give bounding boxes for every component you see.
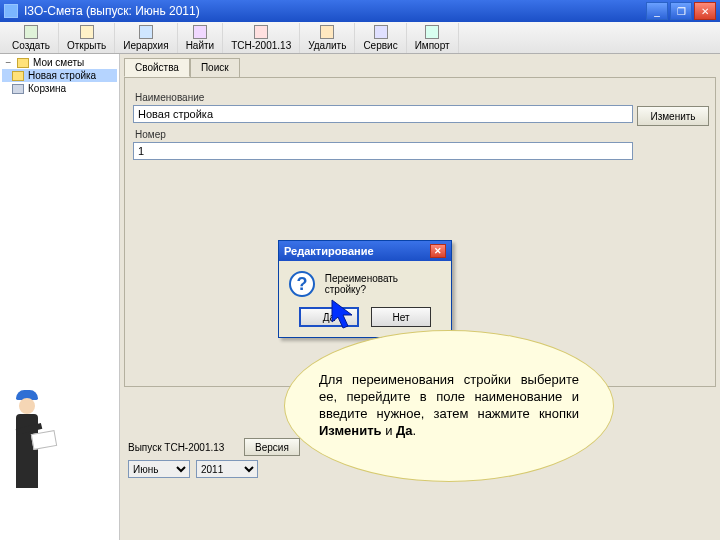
window-title: I3О-Смета (выпуск: Июнь 2011)	[24, 4, 646, 18]
open-icon	[80, 25, 94, 39]
app-icon	[4, 4, 18, 18]
folder-icon	[12, 71, 24, 81]
help-callout: Для переименования стройки выберите ее, …	[284, 330, 614, 482]
dialog-titlebar: Редактирование ✕	[279, 241, 451, 261]
close-button[interactable]: ✕	[694, 2, 716, 20]
sidebar-root[interactable]: − Мои сметы	[2, 56, 117, 69]
main-toolbar: Создать Открыть Иерархия Найти ТСН-2001.…	[0, 22, 720, 54]
toolbar-find-label: Найти	[186, 40, 215, 51]
trash-icon	[12, 84, 24, 94]
toolbar-hierarchy-label: Иерархия	[123, 40, 168, 51]
delete-icon	[320, 25, 334, 39]
change-button[interactable]: Изменить	[637, 106, 709, 126]
assistant-character-icon	[2, 390, 52, 490]
create-icon	[24, 25, 38, 39]
dialog-title: Редактирование	[284, 245, 374, 257]
find-icon	[193, 25, 207, 39]
toolbar-create[interactable]: Создать	[4, 23, 59, 53]
toolbar-find[interactable]: Найти	[178, 23, 224, 53]
sidebar-item-newbuild[interactable]: Новая стройка	[2, 69, 117, 82]
number-label: Номер	[135, 129, 707, 140]
number-input[interactable]	[133, 142, 633, 160]
folder-icon	[17, 58, 29, 68]
dialog-message: Переименовать стройку?	[325, 273, 441, 295]
tab-properties[interactable]: Свойства	[124, 58, 190, 77]
toolbar-open-label: Открыть	[67, 40, 106, 51]
hierarchy-icon	[139, 25, 153, 39]
toolbar-create-label: Создать	[12, 40, 50, 51]
tsn-icon	[254, 25, 268, 39]
dialog-close-button[interactable]: ✕	[430, 244, 446, 258]
toolbar-delete[interactable]: Удалить	[300, 23, 355, 53]
toolbar-hierarchy[interactable]: Иерархия	[115, 23, 177, 53]
name-input[interactable]	[133, 105, 633, 123]
version-selectors: Выпуск ТСН-2001.13 Версия Июнь 2011	[128, 438, 300, 478]
import-icon	[425, 25, 439, 39]
toolbar-tsn[interactable]: ТСН-2001.13	[223, 23, 300, 53]
service-icon	[374, 25, 388, 39]
sidebar-root-label: Мои сметы	[33, 57, 84, 68]
toolbar-service[interactable]: Сервис	[355, 23, 406, 53]
toolbar-delete-label: Удалить	[308, 40, 346, 51]
maximize-button[interactable]: ❐	[670, 2, 692, 20]
toolbar-service-label: Сервис	[363, 40, 397, 51]
expand-icon[interactable]: −	[4, 57, 13, 68]
rename-dialog: Редактирование ✕ ? Переименовать стройку…	[278, 240, 452, 338]
question-icon: ?	[289, 271, 315, 297]
minimize-button[interactable]: _	[646, 2, 668, 20]
month-select[interactable]: Июнь	[128, 460, 190, 478]
toolbar-import-label: Импорт	[415, 40, 450, 51]
window-titlebar: I3О-Смета (выпуск: Июнь 2011) _ ❐ ✕	[0, 0, 720, 22]
toolbar-tsn-label: ТСН-2001.13	[231, 40, 291, 51]
sidebar-item-label: Корзина	[28, 83, 66, 94]
name-label: Наименование	[135, 92, 707, 103]
toolbar-open[interactable]: Открыть	[59, 23, 115, 53]
sidebar-item-label: Новая стройка	[28, 70, 96, 81]
year-select[interactable]: 2011	[196, 460, 258, 478]
callout-text: Для переименования стройки выберите ее, …	[319, 372, 579, 440]
tab-strip: Свойства Поиск	[120, 54, 720, 77]
version-label: Выпуск ТСН-2001.13	[128, 442, 238, 453]
dialog-no-button[interactable]: Нет	[371, 307, 431, 327]
toolbar-import[interactable]: Импорт	[407, 23, 459, 53]
tab-search[interactable]: Поиск	[190, 58, 240, 77]
sidebar-item-trash[interactable]: Корзина	[2, 82, 117, 95]
dialog-yes-button[interactable]: Да	[299, 307, 359, 327]
